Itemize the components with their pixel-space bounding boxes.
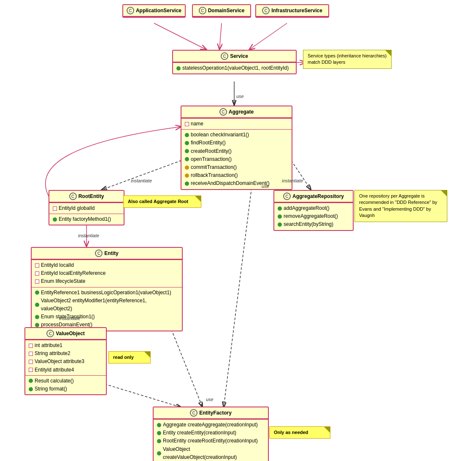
class-domain-service: C DomainService <box>192 4 251 18</box>
entity-attr-3-text: Enum lifecycleState <box>41 277 85 285</box>
aggregate-root-note-text: Also called Aggregate Root <box>128 199 188 204</box>
class-aggregate: C Aggregate name boolean checkInvariant1… <box>181 106 292 190</box>
green-icon-r3 <box>278 222 282 227</box>
class-icon-c2: C <box>199 7 206 14</box>
green-icon-r2 <box>278 214 282 219</box>
class-methods-aggregate-repo: addAggregateRoot() removeAggregateRoot()… <box>274 203 353 230</box>
green-icon-e2 <box>35 303 39 307</box>
class-icon-c3: C <box>262 7 270 14</box>
factory-method-1: Aggregate createAggregate(creationInput) <box>157 421 265 429</box>
class-icon-service: C <box>221 52 228 60</box>
factory-method-3-text: RootEntity createRootEntity(creationInpu… <box>163 437 258 445</box>
vo-attr-4-text: EntityId attribute4 <box>35 366 74 374</box>
label-use3: use <box>206 397 214 402</box>
root-attr-1: EntityId globalId <box>53 204 120 212</box>
class-root-entity: C RootEntity EntityId globalId Entity fa… <box>49 190 124 225</box>
aggregate-method-1-text: boolean checkInvariant1() <box>191 131 249 139</box>
class-name-root-entity: RootEntity <box>78 193 104 199</box>
class-name-service: Service <box>230 53 248 59</box>
aggregate-method-7-text: receiveAndDispatchDomainEvent() <box>191 179 270 187</box>
class-attrs-entity: EntityId localId EntityId localEntityRef… <box>32 260 182 287</box>
read-only-note-inner: read only <box>113 354 146 361</box>
aggregate-method-3: createRootEntity() <box>185 147 288 155</box>
class-service: C Service statelessOperation1(valueObjec… <box>172 50 297 74</box>
class-methods-value-object: Result calculate() String format() <box>25 375 106 394</box>
green-icon-f1 <box>157 423 161 427</box>
entity-method-1: EntityReference1 businessLogicOperation1… <box>35 289 178 297</box>
root-method-1-text: Entity factoryMethod1() <box>59 215 111 223</box>
aggregate-method-2-text: findRootEntity() <box>191 139 226 147</box>
green-icon-a7 <box>185 182 189 186</box>
repo-method-2-text: removeAggregateRoot() <box>284 212 338 220</box>
green-icon-a2 <box>185 141 189 145</box>
green-icon-a4 <box>185 157 189 161</box>
only-as-needed-note: Only as needed <box>269 426 330 439</box>
green-icon-re1 <box>53 217 57 222</box>
green-icon-f3 <box>157 439 161 443</box>
factory-method-3: RootEntity createRootEntity(creationInpu… <box>157 437 265 445</box>
label-use2: use <box>262 184 269 189</box>
svg-line-1 <box>219 23 222 50</box>
label-instantiate3-text: instantiate <box>78 233 99 238</box>
class-attrs-value-object: int attribute1 String attribute2 ValueOb… <box>25 340 106 375</box>
green-icon-f4 <box>157 451 161 456</box>
vo-attr-2: String attribute2 <box>29 350 103 358</box>
vo-attr-3: ValueObject attribute3 <box>29 358 103 366</box>
label-instantiate2: instantiate <box>282 178 303 183</box>
class-name-infrastructure-service: InfrastructureService <box>271 8 322 14</box>
class-attrs-root-entity: EntityId globalId <box>49 203 124 214</box>
class-icon-entity: C <box>95 249 103 257</box>
square-icon-e1 <box>35 263 39 268</box>
entity-attr-1: EntityId localId <box>35 261 178 269</box>
class-icon-root: C <box>69 193 77 200</box>
vo-method-1: Result calculate() <box>29 377 103 385</box>
svg-line-5 <box>101 160 181 190</box>
class-methods-root-entity: Entity factoryMethod1() <box>49 214 124 225</box>
vo-attr-1: int attribute1 <box>29 342 103 350</box>
entity-method-2: ValueObject2 entityModifier1(entityRefer… <box>35 297 178 313</box>
class-icon-repo: C <box>283 193 291 200</box>
svg-line-6 <box>291 160 311 190</box>
entity-attr-2-text: EntityId localEntityReference <box>41 269 105 277</box>
label-use3-text: use <box>206 397 214 402</box>
aggregate-root-note-inner: Also called Aggregate Root <box>128 198 197 205</box>
only-as-needed-note-text: Only as needed <box>274 430 308 435</box>
class-header-entity-factory: C EntityFactory <box>154 407 268 419</box>
vo-method-2: String format() <box>29 385 103 393</box>
repo-method-1: addAggregateRoot() <box>278 204 349 212</box>
read-only-note: read only <box>108 351 151 363</box>
class-header-application-service: C ApplicationService <box>123 5 185 17</box>
green-icon-e3 <box>35 315 39 319</box>
class-attrs-aggregate: name <box>181 118 292 129</box>
factory-method-2-text: Entity createEntity(creationInput) <box>163 429 236 437</box>
green-icon-vo1 <box>29 379 33 383</box>
green-icon-r1 <box>278 206 282 211</box>
factory-method-2: Entity createEntity(creationInput) <box>157 429 265 437</box>
square-icon-e2 <box>35 271 39 276</box>
class-name-value-object: ValueObject <box>56 331 85 336</box>
label-instantiate4: instantiate <box>59 316 80 321</box>
green-icon-a3 <box>185 149 189 153</box>
class-icon-vo: C <box>46 330 54 337</box>
green-icon-e1 <box>35 290 39 295</box>
repo-method-3: searchEntity(byString) <box>278 220 349 228</box>
label-instantiate4-text: instantiate <box>59 316 80 321</box>
green-icon-a1 <box>185 133 189 137</box>
entity-attr-1-text: EntityId localId <box>41 261 74 269</box>
aggregate-method-5: commitTransaction() <box>185 163 288 171</box>
service-note-text: Service types (inheritance hierarchies) … <box>308 53 387 65</box>
class-header-service: C Service <box>173 51 296 62</box>
square-icon-re1 <box>53 206 57 211</box>
vo-attr-2-text: String attribute2 <box>35 350 70 358</box>
entity-method-2-text: ValueObject2 entityModifier1(entityRefer… <box>41 297 178 313</box>
factory-method-4-text: ValueObject createValueObject(creationIn… <box>163 445 265 461</box>
entity-method-3: Enum stateTransition1() <box>35 313 178 321</box>
class-header-value-object: C ValueObject <box>25 328 106 340</box>
yellow-icon-a5 <box>185 165 189 170</box>
label-use2-text: use <box>262 184 269 189</box>
class-header-domain-service: C DomainService <box>193 5 250 17</box>
class-name-entity: Entity <box>104 250 118 256</box>
class-methods-service: statelessOperation1(valueObject1, rootEn… <box>173 62 296 73</box>
class-entity-factory: C EntityFactory Aggregate createAggregat… <box>153 407 269 461</box>
vo-attr-1-text: int attribute1 <box>35 342 62 350</box>
